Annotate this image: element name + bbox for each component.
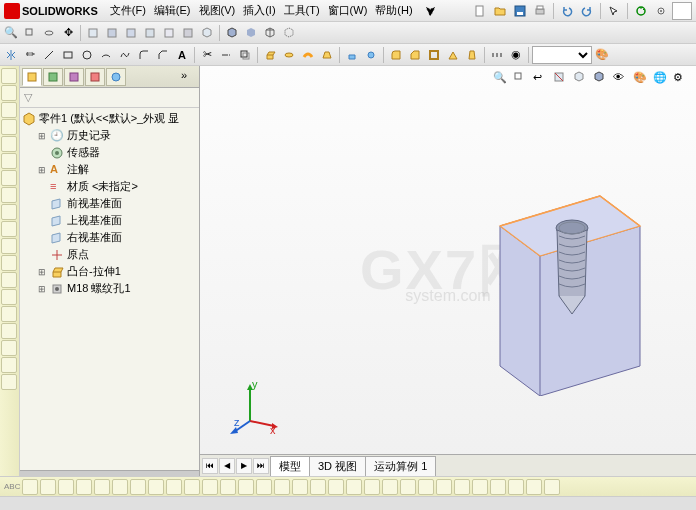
expander-icon[interactable]: ⊞ <box>36 164 48 176</box>
search-input[interactable] <box>672 2 692 20</box>
tab-dimxpert-manager[interactable] <box>85 68 105 86</box>
dock-sketch-icon[interactable] <box>1 85 17 101</box>
hud-section-icon[interactable] <box>552 70 570 88</box>
hud-zoom-area-icon[interactable] <box>512 70 530 88</box>
bdock-18-icon[interactable] <box>328 479 344 495</box>
bdock-1-icon[interactable] <box>22 479 38 495</box>
bdock-21-icon[interactable] <box>382 479 398 495</box>
dock-toolbox-icon[interactable] <box>1 272 17 288</box>
select-button[interactable] <box>605 2 623 20</box>
undo-button[interactable] <box>558 2 576 20</box>
tree-item-material[interactable]: ≡ 材质 <未指定> <box>22 178 197 195</box>
hole-wizard-icon[interactable] <box>362 46 380 64</box>
bdock-29-icon[interactable] <box>526 479 542 495</box>
dock-misc4-icon[interactable] <box>1 357 17 373</box>
dock-evaluate-icon[interactable] <box>1 170 17 186</box>
hud-hide-show-icon[interactable]: 👁 <box>612 70 630 88</box>
hud-appearance-icon[interactable]: 🎨 <box>632 70 650 88</box>
bdock-27-icon[interactable] <box>490 479 506 495</box>
menu-insert[interactable]: 插入(I) <box>239 1 279 20</box>
panel-pin-icon[interactable]: » <box>181 69 197 85</box>
bdock-2-icon[interactable] <box>40 479 56 495</box>
menu-tools[interactable]: 工具(T) <box>280 1 324 20</box>
print-button[interactable] <box>531 2 549 20</box>
bdock-13-icon[interactable] <box>238 479 254 495</box>
dock-features-icon[interactable] <box>1 68 17 84</box>
new-button[interactable] <box>471 2 489 20</box>
hud-orientation-icon[interactable] <box>572 70 590 88</box>
front-view-icon[interactable] <box>84 24 102 42</box>
bdock-19-icon[interactable] <box>346 479 362 495</box>
bdock-25-icon[interactable] <box>454 479 470 495</box>
revolve-boss-icon[interactable] <box>280 46 298 64</box>
filter-icon[interactable]: ▽ <box>24 91 32 104</box>
draft-icon[interactable] <box>463 46 481 64</box>
tree-item-annotations[interactable]: ⊞ A 注解 <box>22 161 197 178</box>
hud-scene-icon[interactable]: 🌐 <box>652 70 670 88</box>
circle-icon[interactable] <box>78 46 96 64</box>
iso-view-icon[interactable] <box>198 24 216 42</box>
extrude-boss-icon[interactable] <box>261 46 279 64</box>
tree-item-right-plane[interactable]: 右视基准面 <box>22 229 197 246</box>
line-icon[interactable] <box>40 46 58 64</box>
bdock-6-icon[interactable] <box>112 479 128 495</box>
bdock-16-icon[interactable] <box>292 479 308 495</box>
trim-icon[interactable]: ✂ <box>198 46 216 64</box>
shaded-edges-icon[interactable] <box>223 24 241 42</box>
spline-icon[interactable] <box>116 46 134 64</box>
bdock-3-icon[interactable] <box>58 479 74 495</box>
loft-icon[interactable] <box>318 46 336 64</box>
bdock-8-icon[interactable] <box>148 479 164 495</box>
feature-tree[interactable]: 零件1 (默认<<默认>_外观 显 ⊞ 🕘 历史记录 传感器 ⊞ A 注解 ≡ … <box>20 108 199 470</box>
tree-item-hole1[interactable]: ⊞ M18 螺纹孔1 <box>22 280 197 297</box>
bdock-24-icon[interactable] <box>436 479 452 495</box>
fillet-icon[interactable] <box>135 46 153 64</box>
tree-item-history[interactable]: ⊞ 🕘 历史记录 <box>22 127 197 144</box>
bdock-9-icon[interactable] <box>166 479 182 495</box>
tab-feature-tree[interactable] <box>22 68 42 86</box>
shell-icon[interactable] <box>425 46 443 64</box>
dock-surfaces-icon[interactable] <box>1 102 17 118</box>
tab-config-manager[interactable] <box>64 68 84 86</box>
tab-nav-first-icon[interactable]: ⏮ <box>202 458 218 474</box>
extrude-cut-icon[interactable] <box>343 46 361 64</box>
bdock-15-icon[interactable] <box>274 479 290 495</box>
view-triad[interactable]: y x z <box>220 376 280 436</box>
tab-property-manager[interactable] <box>43 68 63 86</box>
tab-motion-study[interactable]: 运动算例 1 <box>365 456 436 476</box>
appearance-icon[interactable]: 🎨 <box>593 46 611 64</box>
bdock-12-icon[interactable] <box>220 479 236 495</box>
dock-simulation-icon[interactable] <box>1 238 17 254</box>
bdock-17-icon[interactable] <box>310 479 326 495</box>
right-view-icon[interactable] <box>141 24 159 42</box>
hud-settings-icon[interactable]: ⚙ <box>672 70 690 88</box>
dock-addins-icon[interactable] <box>1 221 17 237</box>
hidden-lines-icon[interactable] <box>280 24 298 42</box>
redo-button[interactable] <box>578 2 596 20</box>
menu-window[interactable]: 窗口(W) <box>324 1 372 20</box>
dock-misc3-icon[interactable] <box>1 340 17 356</box>
graphics-viewport[interactable]: GX7网 system.com 🔍 ↩ 👁 🎨 🌐 ⚙ <box>200 66 696 476</box>
bdock-7-icon[interactable] <box>130 479 146 495</box>
menu-file[interactable]: 文件(F) <box>106 1 150 20</box>
tab-nav-prev-icon[interactable]: ◀ <box>219 458 235 474</box>
bdock-20-icon[interactable] <box>364 479 380 495</box>
dock-flow-icon[interactable] <box>1 255 17 271</box>
rib-icon[interactable] <box>444 46 462 64</box>
mirror-icon[interactable] <box>2 46 20 64</box>
arc-icon[interactable] <box>97 46 115 64</box>
tab-model[interactable]: 模型 <box>270 456 310 476</box>
wireframe-icon[interactable] <box>261 24 279 42</box>
tree-item-front-plane[interactable]: 前视基准面 <box>22 195 197 212</box>
bottom-view-icon[interactable] <box>179 24 197 42</box>
tab-nav-next-icon[interactable]: ▶ <box>236 458 252 474</box>
rectangle-icon[interactable] <box>59 46 77 64</box>
rotate-view-icon[interactable] <box>40 24 58 42</box>
hud-prev-view-icon[interactable]: ↩ <box>532 70 550 88</box>
linear-pattern-icon[interactable] <box>488 46 506 64</box>
dock-weldments-icon[interactable] <box>1 136 17 152</box>
offset-icon[interactable] <box>236 46 254 64</box>
sketch-icon[interactable]: ✏ <box>21 46 39 64</box>
sweep-icon[interactable] <box>299 46 317 64</box>
tab-3d-view[interactable]: 3D 视图 <box>309 456 366 476</box>
